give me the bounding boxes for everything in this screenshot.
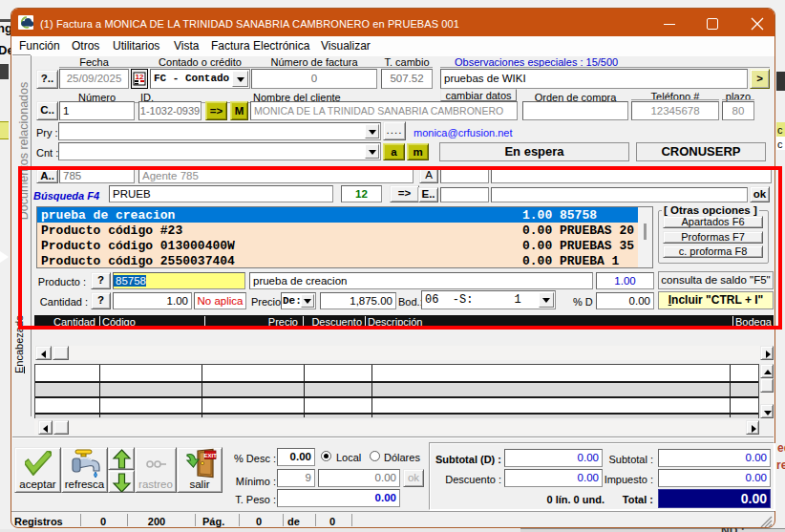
- svg-text:12: 12: [136, 73, 144, 81]
- svg-text:EXIT: EXIT: [204, 453, 217, 458]
